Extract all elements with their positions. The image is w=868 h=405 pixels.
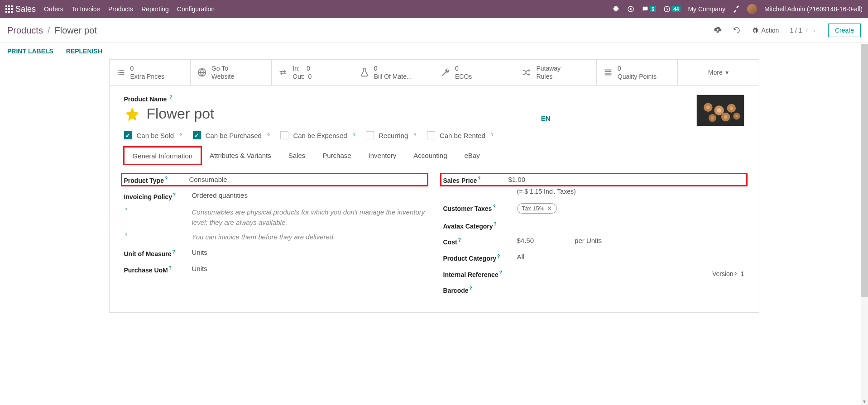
help-icon[interactable]: ? <box>734 272 737 277</box>
top-navbar: Sales Orders To Invoice Products Reporti… <box>0 0 868 18</box>
check-recurring[interactable]: Recurring? <box>366 131 416 139</box>
uom-value[interactable]: Units <box>192 248 425 256</box>
stat-in-out[interactable]: In: 0 Out: 0 <box>272 60 353 85</box>
help-icon[interactable]: ? <box>173 249 175 254</box>
sales-price-incl-taxes: (= $ 1.15 Incl. Taxes) <box>443 188 744 195</box>
language-badge[interactable]: EN <box>541 114 551 122</box>
app-brand: Sales <box>15 5 36 14</box>
tab-general-information[interactable]: General Information <box>124 147 201 164</box>
product-category-value[interactable]: All <box>517 253 744 261</box>
help-icon[interactable]: ? <box>173 192 176 197</box>
svg-point-14 <box>724 115 727 119</box>
help-icon[interactable]: ? <box>353 133 355 138</box>
user-avatar[interactable] <box>747 4 757 14</box>
replenish-button[interactable]: REPLENISH <box>66 48 102 55</box>
checkbox-icon <box>427 131 435 139</box>
help-icon[interactable]: ? <box>179 133 182 138</box>
tools-icon[interactable] <box>733 5 740 13</box>
print-labels-button[interactable]: PRINT LABELS <box>7 48 53 55</box>
product-name-value[interactable]: Flower pot <box>147 105 214 122</box>
product-category-field: Product Category? All <box>443 253 744 262</box>
favorite-star-icon[interactable] <box>124 106 140 122</box>
messages-button[interactable]: 5 <box>642 5 656 13</box>
create-button[interactable]: Create <box>828 24 861 37</box>
help-icon[interactable]: ? <box>165 176 168 181</box>
apps-icon <box>5 5 13 13</box>
version-value[interactable]: 1 <box>740 270 744 277</box>
action-dropdown[interactable]: Action <box>752 27 779 34</box>
help-icon[interactable]: ? <box>413 133 416 138</box>
product-type-field: Product Type? Consumable <box>121 173 428 186</box>
help-icon[interactable]: ? <box>497 254 500 259</box>
vertical-scrollbar[interactable]: ▼ <box>861 44 868 331</box>
invoicing-policy-value[interactable]: Ordered quantities <box>192 191 425 199</box>
help-icon[interactable]: ? <box>491 133 494 138</box>
stat-quality-points[interactable]: 0Quality Points <box>597 60 678 85</box>
nav-to-invoice[interactable]: To Invoice <box>72 5 100 13</box>
help-icon[interactable]: ? <box>169 95 172 100</box>
help-icon[interactable]: ? <box>470 286 472 291</box>
tab-ebay[interactable]: eBay <box>456 147 489 164</box>
stat-extra-prices[interactable]: 0Extra Prices <box>110 60 191 85</box>
help-text-1: Consumables are physical products for wh… <box>192 207 425 228</box>
tab-sales[interactable]: Sales <box>280 147 314 164</box>
left-column: Product Type? Consumable Invoicing Polic… <box>124 175 425 301</box>
nav-configuration[interactable]: Configuration <box>177 5 215 13</box>
check-can-be-sold[interactable]: Can be Sold? <box>124 131 182 139</box>
checkbox-icon <box>366 131 374 139</box>
support-icon[interactable] <box>627 5 634 13</box>
stat-more-button[interactable]: More ▾ <box>678 60 758 85</box>
scrollbar-thumb[interactable] <box>861 44 868 297</box>
cost-field: Cost? $4.50 per Units <box>443 237 744 246</box>
help-icon[interactable]: ? <box>125 233 128 238</box>
pager-prev[interactable]: ‹ <box>804 27 810 34</box>
tab-accounting[interactable]: Accounting <box>405 147 456 164</box>
tab-inventory[interactable]: Inventory <box>360 147 405 164</box>
apps-menu-button[interactable]: Sales <box>5 5 36 14</box>
svg-point-16 <box>735 115 738 118</box>
help-icon[interactable]: ? <box>267 133 270 138</box>
help-icon[interactable]: ? <box>493 204 495 209</box>
cloud-upload-icon[interactable] <box>714 26 722 34</box>
product-type-value[interactable]: Consumable <box>189 176 425 183</box>
right-column: Sales Price? $1.00 (= $ 1.15 Incl. Taxes… <box>443 175 744 301</box>
bug-icon[interactable] <box>613 5 620 13</box>
user-name[interactable]: Mitchell Admin (21609148-16-0-all) <box>764 5 863 13</box>
purchase-uom-value[interactable]: Units <box>192 265 425 272</box>
company-switcher[interactable]: My Company <box>688 5 725 13</box>
help-icon[interactable]: ? <box>125 207 128 212</box>
wrench-icon <box>441 67 451 77</box>
gear-icon <box>752 27 758 34</box>
check-can-be-expensed[interactable]: Can be Expensed? <box>280 131 355 139</box>
checkbox-icon <box>280 131 288 139</box>
stat-putaway[interactable]: Putaway Rules <box>515 60 596 85</box>
help-icon[interactable]: ? <box>478 176 480 181</box>
tax-tag[interactable]: Tax 15% ✕ <box>517 203 557 214</box>
tab-purchase[interactable]: Purchase <box>314 147 360 164</box>
undo-icon[interactable] <box>733 26 741 34</box>
help-icon[interactable]: ? <box>458 238 461 243</box>
check-can-be-rented[interactable]: Can be Rented? <box>427 131 493 139</box>
pager-text[interactable]: 1 / 1 <box>790 27 802 34</box>
activities-button[interactable]: 44 <box>663 5 681 13</box>
stat-go-to-website[interactable]: Go To Website <box>191 60 272 85</box>
nav-products[interactable]: Products <box>108 5 133 13</box>
list-icon <box>603 67 613 77</box>
nav-orders[interactable]: Orders <box>44 5 63 13</box>
help-icon[interactable]: ? <box>494 222 496 227</box>
check-can-be-purchased[interactable]: Can be Purchased? <box>193 131 270 139</box>
status-bar: PRINT LABELS REPLENISH <box>0 43 868 59</box>
product-image[interactable] <box>696 95 744 126</box>
purchase-uom-field: Purchase UoM? Units <box>124 265 425 274</box>
tab-attributes-variants[interactable]: Attributes & Variants <box>201 147 280 164</box>
help-icon[interactable]: ? <box>169 266 172 271</box>
breadcrumb-products[interactable]: Products <box>7 25 43 36</box>
stat-bom[interactable]: 0Bill Of Mate... <box>353 60 434 85</box>
stat-ecos[interactable]: 0ECOs <box>434 60 515 85</box>
nav-reporting[interactable]: Reporting <box>141 5 169 13</box>
help-icon[interactable]: ? <box>499 270 502 275</box>
sales-price-value[interactable]: $1.00 <box>508 176 744 183</box>
cost-value[interactable]: $4.50 <box>517 237 534 244</box>
pager-next[interactable]: › <box>811 27 817 34</box>
tax-tag-remove-icon[interactable]: ✕ <box>547 205 552 212</box>
